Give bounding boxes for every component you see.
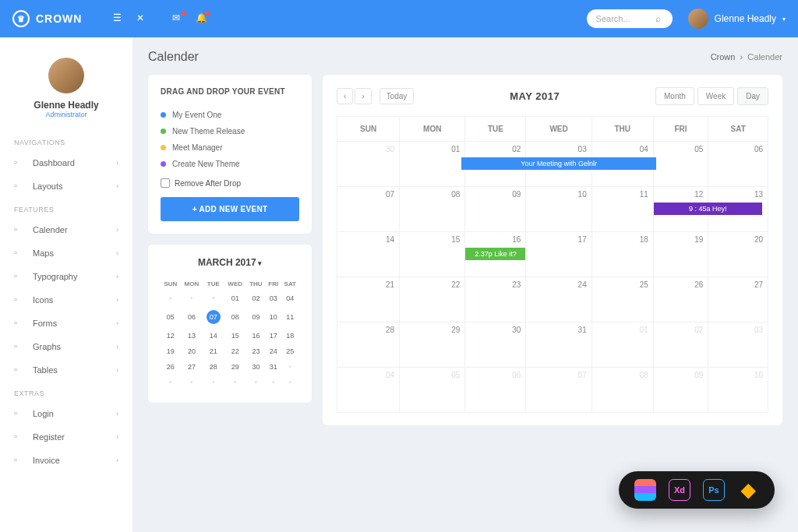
nav-icons[interactable]: ▫Icons› — [0, 288, 132, 312]
mini-day[interactable]: 23 — [246, 344, 266, 359]
mini-day[interactable]: 27 — [181, 359, 203, 375]
calendar-day[interactable]: 20 — [708, 232, 768, 277]
calendar-day[interactable]: 02 — [653, 322, 708, 368]
calendar-day[interactable]: 14 — [337, 232, 400, 277]
nav-tables[interactable]: ▫Tables› — [0, 358, 132, 382]
calendar-day[interactable]: 162.37p Like it? — [465, 232, 526, 277]
search-input[interactable] — [596, 14, 651, 23]
calendar-day[interactable]: 21 — [337, 277, 400, 322]
mini-day[interactable]: 04 — [281, 291, 299, 306]
nav-typography[interactable]: ▫Typography› — [0, 265, 132, 288]
mini-day[interactable]: 15 — [224, 328, 245, 344]
calendar-day[interactable]: 08 — [400, 187, 465, 232]
nav-layouts[interactable]: ▫Layouts› — [0, 174, 132, 198]
nav-dashboard[interactable]: ▫Dashboard› — [0, 151, 132, 174]
figma-icon[interactable] — [634, 479, 656, 501]
calendar-day[interactable]: 26 — [653, 277, 708, 322]
calendar-day[interactable]: 06 — [708, 142, 768, 187]
calendar-day[interactable]: 15 — [400, 232, 465, 277]
calendar-day[interactable]: 19 — [653, 232, 708, 277]
nav-graphs[interactable]: ▫Graphs› — [0, 335, 132, 358]
mini-day[interactable]: 11 — [281, 306, 299, 328]
bell-icon[interactable]: 🔔 — [196, 12, 208, 25]
mini-day[interactable]: 10 — [266, 306, 281, 328]
calendar-day[interactable]: 23 — [465, 277, 526, 322]
calendar-day[interactable]: 10 — [708, 368, 768, 413]
draggable-event[interactable]: New Theme Release — [161, 123, 299, 139]
nav-login[interactable]: ▫Login› — [0, 402, 132, 425]
mini-day[interactable]: 21 — [203, 344, 224, 359]
mini-day[interactable]: 14 — [203, 328, 224, 344]
mini-day[interactable]: 19 — [161, 344, 181, 359]
calendar-day[interactable]: 25 — [591, 277, 653, 322]
search-box[interactable]: ⌕ — [587, 9, 673, 28]
nav-forms[interactable]: ▫Forms› — [0, 312, 132, 335]
calendar-day[interactable]: 30 — [465, 322, 526, 368]
calendar-day[interactable]: 11 — [591, 187, 653, 232]
mini-calendar-title[interactable]: MARCH 2017 — [161, 257, 299, 268]
mini-day-today[interactable]: 07 — [203, 306, 224, 328]
calendar-day[interactable]: 27 — [708, 277, 768, 322]
calendar-day[interactable]: 07 — [526, 368, 591, 413]
next-button[interactable]: › — [355, 88, 371, 104]
calendar-day[interactable]: 24 — [526, 277, 591, 322]
mini-day[interactable]: 18 — [281, 328, 299, 344]
calendar-day[interactable]: 07 — [337, 187, 400, 232]
nav-maps[interactable]: ▫Maps› — [0, 241, 132, 265]
mini-day[interactable]: 16 — [246, 328, 266, 344]
prev-button[interactable]: ‹ — [337, 88, 353, 104]
calendar-day[interactable]: 01 — [400, 142, 465, 187]
user-menu[interactable]: Glenne Headly ▾ — [688, 9, 786, 29]
mini-day[interactable]: 30 — [246, 359, 266, 375]
remove-after-drop-checkbox[interactable]: Remove After Drop — [161, 178, 299, 188]
mini-day[interactable]: 09 — [246, 306, 266, 328]
mini-day[interactable]: 28 — [203, 359, 224, 375]
mail-icon[interactable]: ✉ — [172, 12, 185, 25]
nav-register[interactable]: ▫Register› — [0, 425, 132, 449]
view-day-button[interactable]: Day — [737, 87, 768, 105]
calendar-day[interactable]: 04 — [337, 368, 400, 413]
mini-day[interactable]: 02 — [246, 291, 266, 306]
mini-day[interactable]: 22 — [224, 344, 245, 359]
calendar-day[interactable]: 03Your Meeting with Gelnlr — [526, 142, 591, 187]
mini-day[interactable]: 12 — [161, 328, 181, 344]
calendar-day[interactable]: 03 — [708, 322, 768, 368]
tools-icon[interactable]: ✕ — [136, 12, 149, 25]
draggable-event[interactable]: Meet Manager — [161, 139, 299, 156]
breadcrumb-root[interactable]: Crown — [711, 52, 736, 62]
view-week-button[interactable]: Week — [697, 87, 734, 105]
nav-calender[interactable]: ▫Calender› — [0, 218, 132, 241]
calendar-day[interactable]: 31 — [526, 322, 591, 368]
calendar-event[interactable]: 2.37p Like it? — [465, 248, 525, 260]
calendar-day[interactable]: 29 — [400, 322, 465, 368]
mini-day[interactable]: 29 — [224, 359, 245, 375]
calendar-day[interactable]: 06 — [465, 368, 526, 413]
draggable-event[interactable]: Create New Theme — [161, 156, 299, 172]
mini-day[interactable]: 20 — [181, 344, 203, 359]
logo[interactable]: ♛ CROWN — [12, 10, 82, 27]
xd-icon[interactable]: Xd — [669, 479, 690, 501]
calendar-day[interactable]: 01 — [591, 322, 653, 368]
nav-invoice[interactable]: ▫Invoice› — [0, 449, 132, 472]
search-icon[interactable]: ⌕ — [655, 13, 661, 24]
mini-day[interactable]: 08 — [224, 306, 245, 328]
mini-day[interactable]: 26 — [161, 359, 181, 375]
mini-day[interactable]: 24 — [266, 344, 281, 359]
mini-day[interactable]: 25 — [281, 344, 299, 359]
ps-icon[interactable]: Ps — [703, 479, 725, 501]
calendar-day[interactable]: 13 — [708, 187, 768, 232]
mini-day[interactable]: 05 — [161, 306, 181, 328]
calendar-day[interactable]: 04 — [591, 142, 653, 187]
calendar-day[interactable]: 30 — [337, 142, 400, 187]
draggable-event[interactable]: My Event One — [161, 107, 299, 123]
calendar-day[interactable]: 129 : 45a Hey! — [653, 187, 708, 232]
calendar-day[interactable]: 09 — [653, 368, 708, 413]
calendar-day[interactable]: 17 — [526, 232, 591, 277]
calendar-day[interactable]: 05 — [400, 368, 465, 413]
calendar-day[interactable]: 05 — [653, 142, 708, 187]
view-month-button[interactable]: Month — [655, 87, 694, 105]
calendar-day[interactable]: 08 — [591, 368, 653, 413]
add-event-button[interactable]: + ADD NEW EVENT — [161, 197, 299, 221]
menu-icon[interactable]: ☰ — [113, 12, 125, 25]
calendar-day[interactable]: 10 — [526, 187, 591, 232]
